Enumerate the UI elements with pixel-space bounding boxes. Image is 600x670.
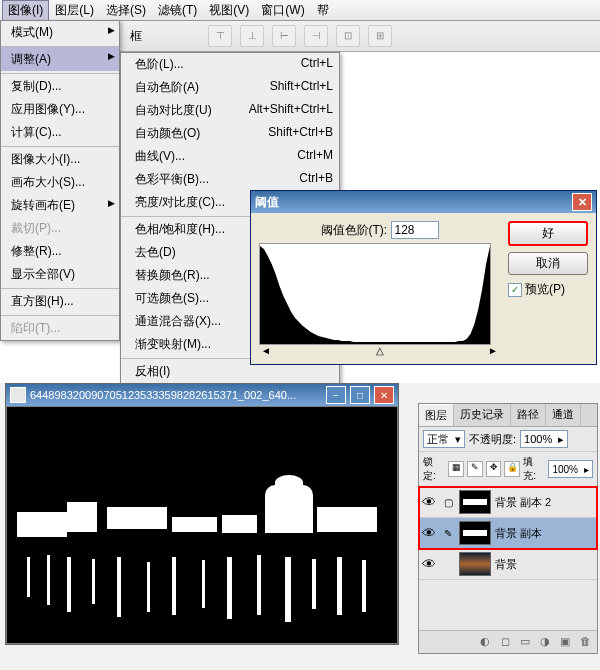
visibility-icon[interactable]: 👁 xyxy=(421,494,437,510)
menu-select[interactable]: 选择(S) xyxy=(100,0,152,21)
menu-trim[interactable]: 修整(R)... xyxy=(1,240,119,263)
threshold-level-input[interactable] xyxy=(391,221,439,239)
visibility-icon[interactable]: 👁 xyxy=(421,525,437,541)
menu-apply-image[interactable]: 应用图像(Y)... xyxy=(1,98,119,121)
fill-field[interactable]: 100%▸ xyxy=(548,460,593,478)
fx-icon[interactable]: ◐ xyxy=(477,635,493,649)
menu-view[interactable]: 视图(V) xyxy=(203,0,255,21)
layers-bottom-toolbar: ◐ ◻ ▭ ◑ ▣ 🗑 xyxy=(419,630,597,653)
layer-row[interactable]: 👁 ▢ 背景 副本 2 xyxy=(419,487,597,518)
new-layer-icon[interactable]: ▣ xyxy=(557,635,573,649)
preview-checkbox[interactable]: ✓ 预览(P) xyxy=(508,281,588,298)
mask-icon[interactable]: ◻ xyxy=(497,635,513,649)
threshold-dialog: 阈值 ✕ 阈值色阶(T): ◄ △ ► 好 取消 ✓ 预览(P) xyxy=(250,190,597,365)
menu-window[interactable]: 窗口(W) xyxy=(255,0,310,21)
ok-button[interactable]: 好 xyxy=(508,221,588,246)
menu-crop: 裁切(P)... xyxy=(1,217,119,240)
menu-mode[interactable]: 模式(M)▶ xyxy=(1,21,119,44)
tab-history[interactable]: 历史记录 xyxy=(454,404,511,426)
blend-mode-select[interactable]: 正常▾ xyxy=(423,430,465,448)
submenu-item[interactable]: 曲线(V)...Ctrl+M xyxy=(121,145,339,168)
image-window: 6448983200907051235333598282615371_002_6… xyxy=(5,383,399,645)
doc-icon xyxy=(10,387,26,403)
menu-image-size[interactable]: 图像大小(I)... xyxy=(1,146,119,171)
submenu-item[interactable]: 自动颜色(O)Shift+Ctrl+B xyxy=(121,122,339,145)
menu-help[interactable]: 帮 xyxy=(311,0,335,21)
menu-duplicate[interactable]: 复制(D)... xyxy=(1,73,119,98)
fill-label: 填充: xyxy=(523,455,545,483)
layer-name: 背景 副本 2 xyxy=(495,495,551,510)
image-canvas xyxy=(7,407,397,643)
close-button[interactable]: ✕ xyxy=(572,193,592,211)
lock-label: 锁定: xyxy=(423,455,445,483)
layers-panel: 图层 历史记录 路径 通道 正常▾ 不透明度: 100%▸ 锁定: ▦ ✎ ✥ … xyxy=(418,403,598,654)
lock-transparency-icon[interactable]: ▦ xyxy=(448,461,464,477)
frame-label: 框 xyxy=(130,28,142,45)
submenu-item[interactable]: 色彩平衡(B)...Ctrl+B xyxy=(121,168,339,191)
brush-icon[interactable]: ✎ xyxy=(441,528,455,539)
menu-image[interactable]: 图像(I) xyxy=(2,0,49,21)
menu-calculations[interactable]: 计算(C)... xyxy=(1,121,119,144)
layer-thumb xyxy=(459,490,491,514)
submenu-item[interactable]: 自动对比度(U)Alt+Shift+Ctrl+L xyxy=(121,99,339,122)
dialog-title: 阈值 xyxy=(255,194,279,211)
menu-rotate-canvas[interactable]: 旋转画布(E)▶ xyxy=(1,194,119,217)
image-window-title: 6448983200907051235333598282615371_002_6… xyxy=(30,389,322,401)
align-icon-2[interactable]: ⊥ xyxy=(240,25,264,47)
tab-layers[interactable]: 图层 xyxy=(419,404,454,426)
adjustment-layer-icon[interactable]: ◑ xyxy=(537,635,553,649)
lock-paint-icon[interactable]: ✎ xyxy=(467,461,483,477)
menu-histogram[interactable]: 直方图(H)... xyxy=(1,288,119,313)
arrow-icon: ▶ xyxy=(108,51,115,61)
align-icon-1[interactable]: ⊤ xyxy=(208,25,232,47)
slider-right-icon[interactable]: ► xyxy=(488,345,498,356)
menubar: 图像(I) 图层(L) 选择(S) 滤镜(T) 视图(V) 窗口(W) 帮 xyxy=(0,0,600,21)
panel-tabs: 图层 历史记录 路径 通道 xyxy=(419,404,597,427)
close-button[interactable]: ✕ xyxy=(374,386,394,404)
menu-reveal-all[interactable]: 显示全部(V) xyxy=(1,263,119,286)
image-menu-dropdown: 模式(M)▶ 调整(A)▶ 复制(D)... 应用图像(Y)... 计算(C).… xyxy=(0,20,120,341)
image-window-titlebar[interactable]: 6448983200907051235333598282615371_002_6… xyxy=(6,384,398,406)
layer-name: 背景 xyxy=(495,557,517,572)
lower-workspace: 6448983200907051235333598282615371_002_6… xyxy=(0,383,600,670)
menu-canvas-size[interactable]: 画布大小(S)... xyxy=(1,171,119,194)
minimize-button[interactable]: − xyxy=(326,386,346,404)
menu-layer[interactable]: 图层(L) xyxy=(49,0,100,21)
align-icon-4[interactable]: ⊣ xyxy=(304,25,328,47)
histogram-chart xyxy=(259,243,491,345)
lock-move-icon[interactable]: ✥ xyxy=(486,461,502,477)
arrow-icon: ▶ xyxy=(108,198,115,208)
trash-icon[interactable]: 🗑 xyxy=(577,635,593,649)
layer-row[interactable]: 👁 ✎ 背景 副本 xyxy=(419,518,597,549)
menu-trap: 陷印(T)... xyxy=(1,315,119,340)
submenu-item[interactable]: 自动色阶(A)Shift+Ctrl+L xyxy=(121,76,339,99)
tab-paths[interactable]: 路径 xyxy=(511,404,546,426)
threshold-level-label: 阈值色阶(T): xyxy=(321,223,388,237)
submenu-item[interactable]: 色阶(L)...Ctrl+L xyxy=(121,53,339,76)
slider-mid-icon[interactable]: △ xyxy=(376,345,384,356)
layer-thumb xyxy=(459,521,491,545)
check-icon: ✓ xyxy=(508,283,522,297)
opacity-label: 不透明度: xyxy=(469,432,516,447)
align-icon-6[interactable]: ⊞ xyxy=(368,25,392,47)
link-icon[interactable]: ▢ xyxy=(441,497,455,508)
folder-icon[interactable]: ▭ xyxy=(517,635,533,649)
align-icon-3[interactable]: ⊢ xyxy=(272,25,296,47)
visibility-icon[interactable]: 👁 xyxy=(421,556,437,572)
chevron-right-icon: ▸ xyxy=(584,464,589,475)
cancel-button[interactable]: 取消 xyxy=(508,252,588,275)
maximize-button[interactable]: □ xyxy=(350,386,370,404)
layer-row[interactable]: 👁 背景 xyxy=(419,549,597,580)
arrow-icon: ▶ xyxy=(108,25,115,35)
chevron-right-icon: ▸ xyxy=(558,433,564,446)
layer-name: 背景 副本 xyxy=(495,526,542,541)
menu-filter[interactable]: 滤镜(T) xyxy=(152,0,203,21)
tab-channels[interactable]: 通道 xyxy=(546,404,581,426)
dialog-titlebar[interactable]: 阈值 ✕ xyxy=(251,191,596,213)
lock-all-icon[interactable]: 🔒 xyxy=(504,461,520,477)
opacity-field[interactable]: 100%▸ xyxy=(520,430,568,448)
slider-left-icon[interactable]: ◄ xyxy=(261,345,271,356)
align-icon-5[interactable]: ⊡ xyxy=(336,25,360,47)
layer-list: 👁 ▢ 背景 副本 2 👁 ✎ 背景 副本 xyxy=(419,487,597,549)
menu-adjustments[interactable]: 调整(A)▶ xyxy=(1,46,119,71)
